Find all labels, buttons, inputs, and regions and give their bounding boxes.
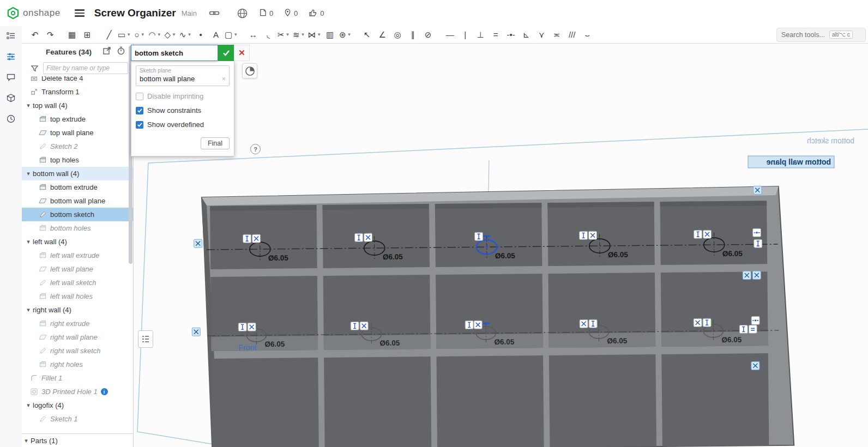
constraint-glyph-dot[interactable] [752, 228, 761, 237]
chevron-down-icon[interactable]: ▾ [24, 306, 33, 313]
constraint-glyph-v[interactable] [703, 318, 711, 327]
constraint-glyph-v[interactable] [694, 230, 702, 238]
feature-item-top-wall-plane[interactable]: top wall plane [22, 126, 133, 140]
insert-dxf-tool[interactable]: ⊞ [81, 28, 94, 42]
chevron-down-icon[interactable]: ▾ [24, 402, 33, 409]
compartment-cell[interactable] [435, 203, 542, 267]
dimension-label[interactable]: Ø6.05 [264, 340, 285, 348]
tangent-tool[interactable]: ⊘ [421, 28, 435, 42]
chevron-down-icon[interactable]: ▾ [24, 102, 33, 109]
linear-pattern-tool[interactable]: ▥ [323, 28, 336, 42]
constraint-glyph-dot[interactable] [751, 316, 760, 324]
filter-input[interactable] [43, 62, 128, 74]
concentric-tool[interactable]: ◎ [391, 28, 404, 42]
feature-item-right-holes[interactable]: right holes [22, 358, 133, 371]
vertical-tool[interactable]: | [459, 28, 472, 42]
horizontal-tool[interactable]: — [443, 28, 456, 42]
workspace-label[interactable]: Main [182, 9, 197, 17]
curvature-tool[interactable]: ⌣ [581, 28, 594, 42]
feature-item-right-wall-plane[interactable]: right wall plane [22, 330, 133, 344]
feature-item-left-wall-holes[interactable]: left wall holes [22, 289, 133, 303]
redo-tool[interactable]: ↷ [44, 28, 57, 42]
document-menu-icon[interactable] [75, 9, 85, 17]
feature-item-top-extrude[interactable]: top extrude [22, 112, 133, 126]
compartment-cell[interactable] [660, 201, 768, 265]
arc-tool[interactable]: ◠▼ [148, 28, 161, 42]
constraint-glyph-x[interactable] [754, 186, 762, 194]
filter-funnel-icon[interactable] [31, 64, 39, 73]
constraint-glyph-v[interactable] [351, 322, 359, 330]
dimension-label[interactable]: Ø6.05 [494, 338, 514, 346]
point-tool[interactable]: • [194, 28, 207, 42]
followers-counter[interactable]: 0 [284, 8, 298, 19]
constraint-glyph-x[interactable] [248, 323, 256, 331]
dimension-label[interactable]: Ø6.05 [607, 337, 627, 345]
view-orientation-icon[interactable] [242, 63, 257, 78]
likes-counter[interactable]: 0 [309, 8, 324, 19]
circle-tool[interactable]: ○▼ [133, 28, 146, 42]
chevron-down-icon[interactable]: ▾ [24, 238, 33, 245]
trim-tool[interactable]: ✂▼ [277, 28, 290, 42]
feature-item-bottom-wall-4[interactable]: ▾bottom wall (4) [22, 167, 133, 180]
dimension-label[interactable]: Ø6.05 [608, 251, 628, 259]
feature-item-transform-1[interactable]: Transform 1 [22, 85, 133, 99]
parallel-tool[interactable]: ∥ [406, 28, 419, 42]
polygon-tool[interactable]: ◇▼ [164, 28, 177, 42]
dimension-label[interactable]: Ø6.05 [722, 250, 743, 258]
feature-item-bottom-extrude[interactable]: bottom extrude [22, 180, 133, 194]
search-input[interactable] [780, 31, 829, 39]
parts-section[interactable]: ▾ Parts (1) [22, 433, 133, 447]
constraint-glyph-x[interactable] [252, 234, 261, 243]
chevron-down-icon[interactable]: ▼ [126, 32, 131, 37]
search-tools-box[interactable]: alt/⌥ c [776, 28, 866, 42]
chevron-down-icon[interactable]: ▼ [301, 32, 305, 37]
onshape-logo[interactable]: onshape [7, 7, 61, 20]
compartment-cell[interactable] [212, 358, 319, 447]
constraint-glyph-v[interactable] [238, 323, 246, 331]
circular-pattern-tool[interactable]: ⊛▼ [339, 28, 352, 42]
dimension-label[interactable]: Ø6.05 [268, 254, 288, 262]
chevron-down-icon[interactable]: ▼ [157, 32, 161, 37]
checkbox-icon[interactable] [136, 121, 143, 129]
constraint-glyph-v[interactable] [580, 231, 588, 239]
symmetric-tool[interactable]: ⋎ [535, 28, 548, 42]
chevron-down-icon[interactable]: ▾ [24, 170, 33, 177]
chevron-down-icon[interactable]: ▼ [187, 32, 191, 37]
info-icon[interactable]: i [101, 388, 108, 395]
feature-item-top-holes[interactable]: top holes [22, 153, 133, 167]
spline-tool[interactable]: ∿▼ [179, 28, 192, 42]
chevron-down-icon[interactable]: ▼ [347, 32, 351, 37]
feature-item-left-wall-extrude[interactable]: left wall extrude [22, 249, 133, 262]
compartment-cell[interactable] [437, 355, 544, 447]
feature-item-fillet-1[interactable]: Fillet 1 [22, 371, 133, 385]
constraint-glyph-x[interactable] [694, 318, 702, 327]
feature-item-left-wall-plane[interactable]: left wall plane [22, 262, 133, 276]
constraint-glyph-v[interactable] [465, 321, 473, 329]
constraint-glyph-v[interactable] [475, 232, 483, 240]
compartment-cell[interactable] [547, 202, 655, 266]
constraint-glyph-x[interactable] [364, 233, 372, 241]
insert-image-tool[interactable]: ▦ [65, 28, 79, 42]
equal-tool[interactable]: = [489, 28, 502, 42]
feature-item-right-wall-4[interactable]: ▾right wall (4) [22, 303, 133, 317]
constraint-glyph-x[interactable] [703, 230, 712, 238]
feature-item-bottom-wall-plane[interactable]: bottom wall plane [22, 194, 133, 208]
help-icon[interactable]: ? [250, 144, 261, 154]
circle-center-point[interactable] [486, 246, 488, 248]
offset-tool[interactable]: ≋▼ [292, 28, 305, 42]
feature-name-input[interactable] [131, 45, 218, 61]
feature-item-right-wall-sketch[interactable]: right wall sketch [22, 344, 133, 358]
accept-button[interactable] [218, 45, 234, 61]
compartment-cell[interactable] [549, 354, 656, 447]
feature-item-left-wall-sketch[interactable]: left wall sketch [22, 276, 133, 289]
constraint-glyph-x[interactable] [360, 322, 368, 330]
chevron-down-icon[interactable]: ▼ [141, 32, 145, 37]
constraint-glyph-x[interactable] [192, 328, 200, 336]
normal-tool[interactable]: ⊾ [520, 28, 533, 42]
constraint-glyph-x[interactable] [194, 239, 202, 247]
sketch-line-tool[interactable]: ╱ [103, 28, 116, 42]
feature-item-bottom-sketch[interactable]: bottom sketch [22, 208, 133, 221]
chevron-down-icon[interactable]: ▼ [172, 32, 176, 37]
constraint-glyph-eq[interactable] [749, 325, 757, 333]
curve-pattern-tool[interactable]: ≍ [550, 28, 563, 42]
